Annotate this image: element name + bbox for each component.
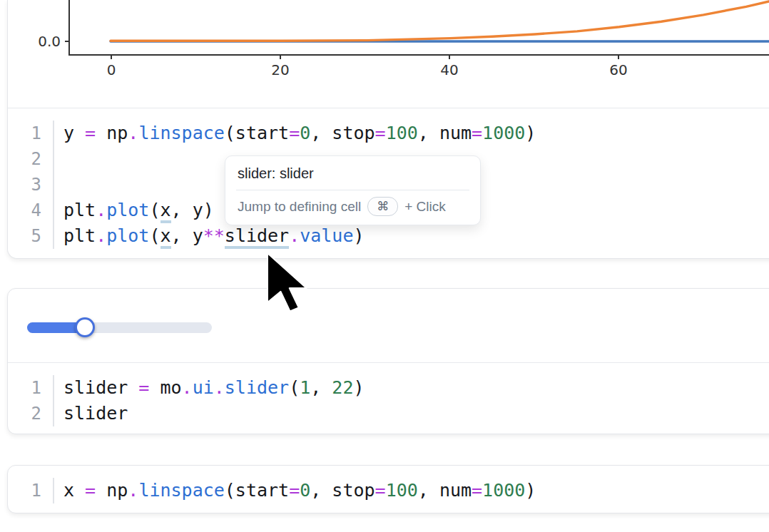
line-number: 1 [8, 478, 54, 503]
line-number: 1 [8, 121, 54, 146]
tooltip-action-row: Jump to defining cell ⌘ + Click [225, 190, 480, 225]
code-text [54, 146, 63, 172]
code-text: slider = mo.ui.slider(1, 22) [54, 375, 365, 401]
code-line[interactable]: 5plt.plot(x, y**slider.value) [8, 223, 769, 249]
variable-token[interactable]: slider [225, 225, 289, 249]
slider-track[interactable] [27, 322, 212, 333]
slider-handle[interactable] [75, 317, 95, 337]
code-text: y = np.linspace(start=0, stop=100, num=1… [54, 121, 536, 146]
variable-token[interactable]: x [161, 225, 171, 249]
line-number: 4 [8, 198, 54, 223]
svg-text:0.0: 0.0 [38, 33, 61, 50]
slider-output-area [8, 289, 769, 363]
tooltip-click-hint: + Click [404, 199, 446, 215]
notebook-cell-x: 1x = np.linspace(start=0, stop=100, num=… [7, 465, 769, 513]
line-number: 3 [8, 172, 54, 198]
matplotlib-line-chart: 02040600.0 [8, 0, 769, 108]
line-number: 2 [8, 401, 54, 426]
code-text: x = np.linspace(start=0, stop=100, num=1… [54, 478, 536, 503]
variable-token[interactable]: x [161, 200, 171, 223]
line-number: 5 [8, 223, 54, 249]
line-number: 1 [8, 375, 54, 401]
code-text: slider [54, 401, 128, 426]
chart-output-area: 02040600.0 [8, 0, 769, 108]
command-key-badge: ⌘ [367, 197, 398, 216]
code-text: plt.plot(x, y) [54, 198, 214, 223]
code-text [54, 172, 63, 198]
code-line[interactable]: 2slider [8, 401, 769, 426]
line-number: 2 [8, 146, 54, 172]
code-editor-slider[interactable]: 1slider = mo.ui.slider(1, 22)2slider [8, 363, 769, 434]
svg-text:40: 40 [440, 61, 458, 78]
tooltip-title: slider: slider [225, 156, 480, 190]
code-line[interactable]: 1slider = mo.ui.slider(1, 22) [8, 375, 769, 401]
code-line[interactable]: 1x = np.linspace(start=0, stop=100, num=… [8, 478, 769, 503]
code-editor-x[interactable]: 1x = np.linspace(start=0, stop=100, num=… [8, 466, 769, 513]
variable-tooltip: slider: slider Jump to defining cell ⌘ +… [225, 155, 481, 225]
code-text: plt.plot(x, y**slider.value) [54, 223, 365, 249]
tooltip-action-label: Jump to defining cell [238, 199, 361, 215]
svg-text:0: 0 [107, 61, 116, 78]
svg-text:60: 60 [609, 61, 627, 78]
notebook-cell-slider: 1slider = mo.ui.slider(1, 22)2slider [7, 288, 769, 434]
svg-text:20: 20 [271, 61, 289, 78]
code-line[interactable]: 1y = np.linspace(start=0, stop=100, num=… [8, 121, 769, 146]
